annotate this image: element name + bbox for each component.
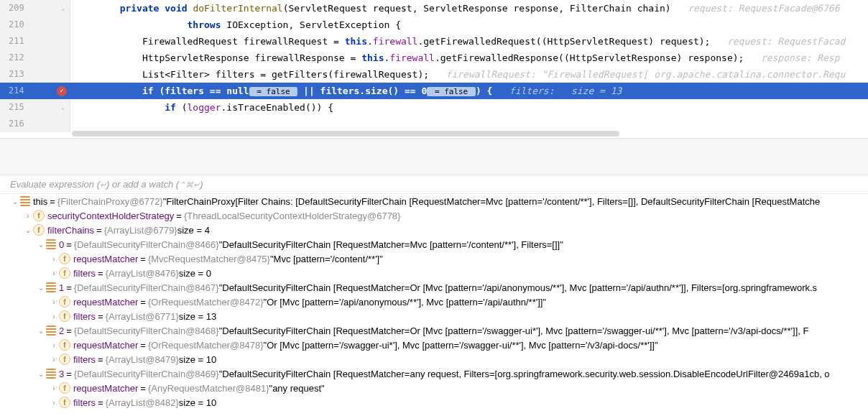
variable-name: filters xyxy=(73,311,96,322)
code-token: void xyxy=(165,3,193,14)
variable-type: {DefaultSecurityFilterChain@8469} xyxy=(74,369,219,379)
object-icon xyxy=(46,325,56,336)
variable-value: "Or [Mvc [pattern='/api/anonymous/**'], … xyxy=(264,297,546,308)
equals-sign: = xyxy=(94,225,104,236)
variable-name: 3 xyxy=(59,369,64,379)
variable-row[interactable]: ›ffilters = {ArrayList@8479} size = 10 xyxy=(0,352,868,366)
scrollbar-thumb[interactable] xyxy=(72,131,619,137)
code-token: doFilterInternal xyxy=(193,3,282,14)
object-icon xyxy=(46,239,56,249)
field-icon: f xyxy=(59,267,70,279)
chevron-right-icon[interactable]: › xyxy=(49,268,59,278)
horizontal-scrollbar[interactable] xyxy=(72,131,854,137)
chevron-down-icon[interactable]: ⌄ xyxy=(36,369,46,379)
variable-row[interactable]: ⌄this = {FilterChainProxy@6772} "FilterC… xyxy=(0,194,868,208)
chevron-down-icon[interactable]: ⌄ xyxy=(10,196,20,206)
equals-sign: = xyxy=(96,311,106,322)
field-icon: f xyxy=(59,353,70,365)
variable-value: size = 10 xyxy=(179,397,216,408)
variable-row[interactable]: ⌄ffilterChains = {ArrayList@6779} size =… xyxy=(0,223,868,237)
code-token: if xyxy=(142,85,159,96)
variable-row[interactable]: ›frequestMatcher = {OrRequestMatcher@847… xyxy=(0,295,868,309)
chevron-right-icon[interactable]: › xyxy=(49,383,59,393)
code-line[interactable]: 210 throws IOException, ServletException… xyxy=(0,17,868,33)
variable-row[interactable]: ›ffilters = {ArrayList@8482} size = 10 xyxy=(0,395,868,410)
field-icon: f xyxy=(33,224,45,236)
code-line[interactable]: 209⌄ private void doFilterInternal(Servl… xyxy=(0,0,868,17)
code-editor[interactable]: 209⌄ private void doFilterInternal(Servl… xyxy=(0,0,868,138)
chevron-down-icon[interactable]: ⌄ xyxy=(36,239,46,249)
variable-type: {OrRequestMatcher@8478} xyxy=(148,340,264,351)
equals-sign: = xyxy=(64,369,74,379)
chevron-right-icon[interactable]: › xyxy=(49,340,59,350)
equals-sign: = xyxy=(138,297,148,308)
variable-row[interactable]: ⌄1 = {DefaultSecurityFilterChain@8467} "… xyxy=(0,280,868,295)
chevron-right-icon[interactable]: › xyxy=(49,354,59,364)
variable-name: filters xyxy=(73,354,96,365)
fold-icon[interactable]: ⌄ xyxy=(59,103,67,111)
code-token: if xyxy=(165,102,181,113)
watch-placeholder: Evaluate expression (↵) or add a watch (… xyxy=(10,179,203,190)
variable-name: 1 xyxy=(59,282,64,293)
variable-row[interactable]: ›frequestMatcher = {MvcRequestMatcher@84… xyxy=(0,251,868,266)
code-token: .getFirewalledRequest((HttpServletReques… xyxy=(417,36,710,47)
variable-name: 0 xyxy=(59,239,64,250)
chevron-right-icon[interactable]: › xyxy=(23,211,33,221)
field-icon: f xyxy=(59,296,70,308)
code-line[interactable]: 214 if (filters == null = false || filte… xyxy=(0,83,868,99)
variable-row[interactable]: ⌄2 = {DefaultSecurityFilterChain@8468} "… xyxy=(0,323,868,338)
chevron-right-icon[interactable]: › xyxy=(49,397,59,407)
code-line[interactable]: 212 HttpServletResponse firewallResponse… xyxy=(0,50,868,66)
code-token: = false xyxy=(249,87,298,96)
variable-type: {FilterChainProxy@6772} xyxy=(57,196,163,207)
variable-value: "DefaultSecurityFilterChain [RequestMatc… xyxy=(219,239,563,250)
variable-row[interactable]: ›ffilters = {ArrayList@8476} size = 0 xyxy=(0,266,868,280)
variable-row[interactable]: ›ffilters = {ArrayList@6771} size = 13 xyxy=(0,309,868,323)
variable-row[interactable]: ⌄0 = {DefaultSecurityFilterChain@8466} "… xyxy=(0,237,868,251)
variable-row[interactable]: ›frequestMatcher = {AnyRequestMatcher@84… xyxy=(0,381,868,395)
variable-name: 2 xyxy=(59,325,64,336)
chevron-down-icon[interactable]: ⌄ xyxy=(23,225,33,235)
variables-tree[interactable]: ⌄this = {FilterChainProxy@6772} "FilterC… xyxy=(0,194,868,416)
variable-name: this xyxy=(33,196,47,207)
equals-sign: = xyxy=(47,196,57,207)
code-line[interactable]: 213 List<Filter> filters = getFilters(fi… xyxy=(0,66,868,83)
code-line[interactable]: 215⌄ if (logger.isTraceEnabled()) { xyxy=(0,99,868,116)
variable-value: size = 10 xyxy=(179,354,216,365)
chevron-right-icon[interactable]: › xyxy=(49,297,59,307)
variable-value: "FilterChainProxy[Filter Chains: [Defaul… xyxy=(163,196,821,207)
code-token: || filters.size() == xyxy=(297,85,421,96)
code-token: request: RequestFacad xyxy=(710,36,845,47)
variable-value: "any request" xyxy=(269,383,325,394)
variable-value: "DefaultSecurityFilterChain [RequestMatc… xyxy=(219,325,809,336)
code-token: IOException, ServletException { xyxy=(226,19,401,30)
variable-type: {DefaultSecurityFilterChain@8467} xyxy=(74,282,219,293)
code-line[interactable]: 216 xyxy=(0,116,868,132)
variable-row[interactable]: ⌄3 = {DefaultSecurityFilterChain@8469} "… xyxy=(0,366,868,381)
variable-name: requestMatcher xyxy=(73,297,138,308)
breakpoint-icon[interactable] xyxy=(57,86,67,96)
code-token: .isTraceEnabled()) { xyxy=(221,102,334,113)
line-number: 215 xyxy=(0,99,34,116)
code-token: this xyxy=(345,36,367,47)
fold-icon[interactable]: ⌄ xyxy=(59,4,67,12)
chevron-right-icon[interactable]: › xyxy=(49,311,59,321)
pane-splitter[interactable] xyxy=(0,138,868,175)
code-token: FirewalledRequest firewallRequest = xyxy=(142,36,345,47)
line-number: 211 xyxy=(0,33,34,50)
line-number: 209 xyxy=(0,0,34,17)
code-token: logger xyxy=(188,102,221,113)
chevron-down-icon[interactable]: ⌄ xyxy=(36,282,46,292)
line-number: 210 xyxy=(0,17,34,33)
equals-sign: = xyxy=(64,239,74,250)
watch-input[interactable]: Evaluate expression (↵) or add a watch (… xyxy=(0,175,868,194)
variable-row[interactable]: ›frequestMatcher = {OrRequestMatcher@847… xyxy=(0,338,868,352)
variable-type: {ArrayList@6779} xyxy=(104,225,177,236)
field-icon: f xyxy=(59,397,70,408)
chevron-down-icon[interactable]: ⌄ xyxy=(36,325,46,336)
variable-type: {ArrayList@8482} xyxy=(106,397,179,408)
variable-row[interactable]: ›fsecurityContextHolderStrategy = {Threa… xyxy=(0,208,868,223)
chevron-right-icon[interactable]: › xyxy=(49,254,59,264)
code-line[interactable]: 211 FirewalledRequest firewallRequest = … xyxy=(0,33,868,50)
field-icon: f xyxy=(33,210,45,221)
